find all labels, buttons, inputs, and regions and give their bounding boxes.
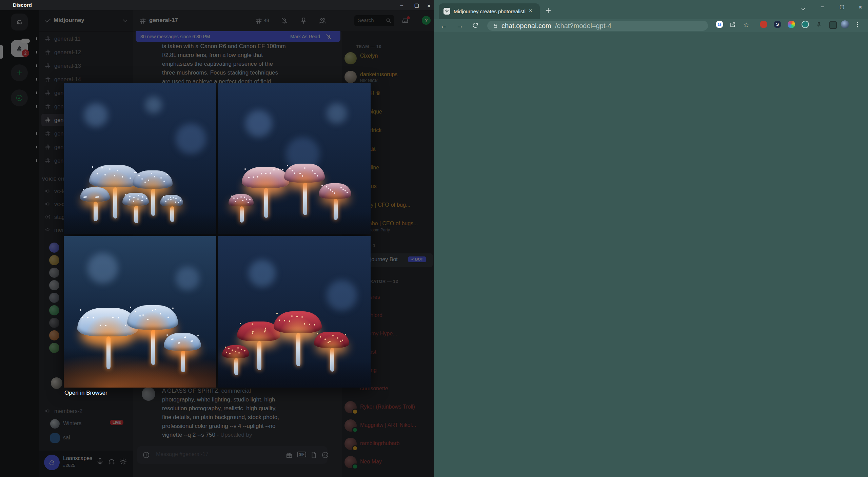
cap-dots: [229, 194, 230, 195]
mushroom-cap: [242, 167, 289, 188]
mushroom-cap: [164, 333, 201, 351]
back-button[interactable]: ←: [440, 22, 447, 30]
browser-minimize-button[interactable]: −: [821, 3, 824, 11]
cap-dots: [80, 187, 81, 189]
lock-icon: [493, 23, 498, 28]
extension-icon-colorwheel[interactable]: [788, 21, 795, 28]
mushroom-cap: [160, 195, 183, 206]
window-chevron-icon[interactable]: [800, 6, 806, 12]
mushroom-image-2[interactable]: [218, 83, 371, 234]
discord-restore-button[interactable]: ▢: [414, 0, 419, 11]
cap-dots: [222, 345, 223, 347]
bokeh: [84, 103, 108, 127]
discord-close-button[interactable]: ×: [427, 1, 431, 11]
mushroom-image-3[interactable]: [64, 236, 216, 388]
browser-close-button[interactable]: ×: [859, 3, 862, 11]
extension-icon-box[interactable]: [829, 21, 837, 29]
discord-titlebar: Discord − ▢ ×: [0, 0, 434, 10]
mushroom-cap: [127, 305, 178, 330]
mushroom-cap: [229, 194, 254, 206]
mushroom-cap: [319, 183, 351, 199]
bokeh: [249, 260, 276, 287]
mushroom-cap: [222, 345, 249, 358]
forest-floor: [218, 361, 371, 388]
mushroom-cap: [122, 193, 149, 206]
forward-button[interactable]: →: [456, 22, 463, 30]
bokeh: [327, 103, 347, 124]
browser-toolbar: ← → chat.openai.com /chat?model=gpt-4 G …: [434, 19, 868, 32]
discord-minimize-button[interactable]: −: [400, 1, 403, 11]
mushroom-cap: [133, 170, 173, 189]
screen: Discord − ▢ × 2 Midj: [0, 0, 868, 477]
cap-dots: [89, 165, 91, 166]
new-tab-button[interactable]: [545, 7, 552, 14]
bokeh: [245, 110, 272, 137]
discord-window: Discord − ▢ × 2 Midj: [0, 0, 434, 477]
tab-close-icon[interactable]: ×: [529, 8, 532, 14]
cap-dots: [319, 183, 320, 185]
extension-icon-s[interactable]: S: [774, 21, 781, 28]
cap-dots: [127, 305, 129, 307]
bokeh: [327, 280, 357, 311]
browser-restore-button[interactable]: ▢: [840, 4, 844, 10]
bokeh: [176, 124, 206, 154]
bokeh: [176, 267, 199, 290]
kebab-menu-icon[interactable]: ⋮: [854, 21, 861, 28]
cap-dots: [133, 170, 134, 172]
cap-dots: [242, 167, 243, 168]
cap-dots: [284, 164, 285, 165]
cap-dots: [237, 322, 238, 323]
bokeh: [87, 253, 118, 284]
mushroom-cap: [80, 187, 110, 202]
mushroom-cap: [274, 311, 322, 333]
tab-favicon: [443, 8, 450, 15]
mushroom-cap: [314, 332, 349, 348]
profile-avatar[interactable]: [841, 20, 849, 28]
open-in-browser-link[interactable]: Open in Browser: [64, 390, 107, 396]
url-host: chat.openai.com: [501, 21, 551, 31]
browser-tab[interactable]: Midjourney creates photorealisti ×: [439, 3, 540, 19]
cap-dots: [160, 195, 161, 196]
forest-floor: [64, 212, 216, 234]
share-icon[interactable]: [730, 22, 736, 28]
extension-icon-red[interactable]: [760, 21, 767, 28]
bookmark-star-icon[interactable]: ☆: [743, 21, 749, 29]
bokeh: [145, 97, 162, 113]
extensions-pin-icon[interactable]: [816, 22, 822, 28]
cap-dots: [77, 308, 79, 309]
browser-window: Midjourney creates photorealisti × − ▢ ×…: [434, 0, 868, 477]
cap-dots: [274, 311, 275, 313]
address-bar[interactable]: chat.openai.com /chat?model=gpt-4: [487, 21, 708, 31]
discord-title: Discord: [13, 0, 32, 10]
url-path: /chat?model=gpt-4: [555, 21, 611, 31]
mushroom-image-1[interactable]: [64, 83, 216, 234]
mushroom-image-4[interactable]: [218, 236, 371, 388]
image-preview-modal: [64, 83, 371, 388]
google-icon[interactable]: G: [716, 21, 723, 28]
tab-title: Midjourney creates photorealisti: [454, 8, 526, 14]
cap-dots: [314, 332, 315, 333]
cap-dots: [164, 333, 165, 334]
extension-icon-teal[interactable]: [802, 21, 809, 28]
reload-button[interactable]: [472, 22, 479, 29]
mushroom-cap: [284, 164, 325, 183]
cap-dots: [122, 193, 124, 194]
